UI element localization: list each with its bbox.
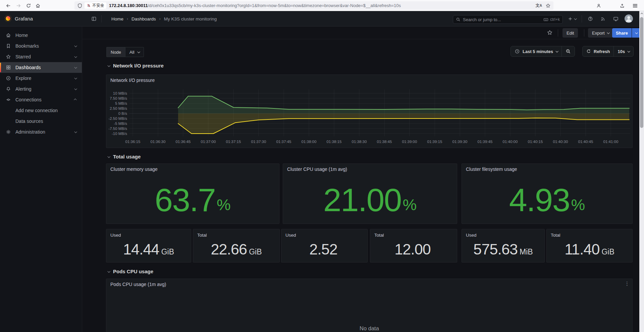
- sidebar-item-label: Add new connection: [15, 108, 58, 113]
- chevron-down-icon[interactable]: [74, 130, 77, 133]
- panel-title[interactable]: Total: [551, 233, 560, 238]
- gear-icon: [6, 129, 11, 135]
- browser-home-button[interactable]: [34, 1, 42, 10]
- panel-menu-kebab-icon[interactable]: ⋮: [625, 281, 630, 286]
- panel-title[interactable]: Cluster CPU usage (1m avg): [287, 167, 347, 172]
- dashboards-grid-icon: [6, 65, 11, 70]
- chevron-down-icon: [628, 50, 630, 52]
- panel-title[interactable]: Pods CPU usage (1m avg): [110, 282, 166, 287]
- sidebar-nav: Home Bookmarks Starred Dashboards Explor…: [0, 27, 82, 332]
- bookmark-icon: [6, 43, 11, 49]
- zoom-out-button[interactable]: [561, 46, 575, 56]
- refresh-button[interactable]: Refresh: [583, 46, 613, 56]
- memory-used-panel: Used 14.44GiB: [106, 229, 191, 263]
- translate-icon[interactable]: 文A: [536, 3, 542, 8]
- sidebar-item-starred[interactable]: Starred: [0, 51, 82, 62]
- help-icon[interactable]: [586, 15, 594, 23]
- chevron-down-icon[interactable]: [74, 66, 77, 68]
- sidebar-item-data-sources[interactable]: Data sources: [0, 116, 82, 127]
- stat-unit: %: [571, 195, 585, 214]
- monitor-icon[interactable]: [612, 15, 620, 23]
- grafana-header: Grafana Home › Dashboards › My K3S clust…: [0, 11, 639, 27]
- insecure-connection-chip[interactable]: 不安全: [85, 2, 106, 9]
- breadcrumb-home[interactable]: Home: [111, 16, 123, 21]
- y-axis-tick-label: 10 MB/s: [113, 91, 127, 95]
- sidebar-item-connections[interactable]: Connections: [0, 94, 82, 105]
- network-io-chart[interactable]: 10 MB/s7.50 MB/s5 MB/s2.50 MB/s0 B/s-2.5…: [106, 75, 632, 148]
- page-scrollbar[interactable]: [639, 11, 644, 332]
- x-axis-tick-label: 01:37:00: [201, 140, 216, 144]
- bookmark-star-icon[interactable]: [545, 3, 551, 8]
- sidebar-item-administration[interactable]: Administration: [0, 127, 82, 137]
- panel-title[interactable]: Total: [374, 233, 384, 238]
- share-button[interactable]: Share: [612, 28, 632, 38]
- search-input[interactable]: Search or jump to... ctrl+k: [453, 15, 563, 24]
- y-axis-tick-label: 7.50 MB/s: [110, 96, 127, 100]
- panel-title[interactable]: Used: [466, 233, 477, 238]
- news-rss-icon[interactable]: [599, 15, 607, 23]
- clock-icon: [515, 49, 520, 54]
- sidebar-item-dashboards[interactable]: Dashboards: [0, 62, 82, 73]
- chevron-down-icon: [635, 31, 638, 34]
- dock-menu-icon[interactable]: [90, 15, 98, 23]
- panel-title[interactable]: Network I/O pressure: [110, 78, 155, 83]
- export-button[interactable]: Export: [588, 28, 613, 38]
- brand-name: Grafana: [15, 16, 33, 21]
- header-divider: [101, 15, 102, 22]
- header-divider: [582, 15, 582, 22]
- refresh-icon: [586, 49, 591, 54]
- y-axis-tick-label: -7.50 MB/s: [108, 127, 127, 131]
- chevron-up-icon[interactable]: [74, 98, 76, 101]
- add-new-chevron-icon[interactable]: [573, 15, 578, 23]
- breadcrumb-current: My K3S cluster monitoring: [164, 16, 217, 21]
- browser-forward-button[interactable]: [14, 1, 23, 10]
- browser-account-icon[interactable]: [594, 1, 603, 10]
- scrollbar-thumb[interactable]: [640, 17, 643, 128]
- breadcrumb-dashboards[interactable]: Dashboards: [131, 16, 156, 21]
- browser-menu-icon[interactable]: [631, 1, 639, 10]
- panel-title[interactable]: Used: [285, 233, 296, 238]
- chevron-down-icon[interactable]: [74, 77, 77, 79]
- browser-reload-button[interactable]: [24, 1, 33, 10]
- refresh-interval-dropdown[interactable]: 10s: [613, 46, 633, 56]
- time-range-picker[interactable]: Last 5 minutes: [511, 46, 561, 56]
- y-axis-tick-label: -2.50 MB/s: [108, 116, 127, 121]
- chevron-down-icon[interactable]: [74, 44, 77, 47]
- user-avatar[interactable]: [625, 14, 633, 23]
- x-axis-tick-label: 01:40:30: [553, 140, 568, 144]
- favorite-star-icon[interactable]: [547, 30, 553, 36]
- url-path: /d/ceh0x1u33qs5cb/my-k3s-cluster-monitor…: [148, 3, 401, 8]
- sidebar-item-bookmarks[interactable]: Bookmarks: [0, 41, 82, 51]
- x-axis-tick-label: 01:38:00: [302, 140, 317, 144]
- section-header-pods-cpu[interactable]: Pods CPU usage: [108, 269, 153, 274]
- section-header-total-usage[interactable]: Total usage: [108, 154, 141, 159]
- shield-icon[interactable]: [77, 3, 83, 8]
- panel-title[interactable]: Used: [110, 233, 121, 238]
- x-axis-tick-label: 01:39:15: [427, 140, 442, 144]
- browser-share-icon[interactable]: [618, 1, 627, 10]
- stat-value: 575.63: [473, 241, 518, 258]
- panel-title[interactable]: Cluster memory usage: [110, 167, 158, 172]
- sidebar-item-add-new-connection[interactable]: Add new connection: [0, 105, 82, 116]
- stat-value: 11.40: [565, 241, 599, 258]
- time-range-label: Last 5 minutes: [523, 49, 553, 54]
- sidebar-item-home[interactable]: Home: [0, 30, 82, 41]
- section-header-network[interactable]: Network I/O pressure: [108, 63, 164, 68]
- edit-button[interactable]: Edit: [562, 28, 578, 38]
- browser-back-button[interactable]: [4, 1, 13, 10]
- grafana-brand[interactable]: Grafana: [5, 15, 33, 22]
- panel-title[interactable]: Total: [197, 233, 207, 238]
- x-axis-tick-label: 01:37:30: [251, 140, 266, 144]
- address-bar[interactable]: 不安全 172.24.8.180:30011/d/ceh0x1u33qs5cb/…: [74, 1, 553, 10]
- variable-value-dropdown[interactable]: All: [125, 47, 144, 57]
- cpu-total-panel: Total 12.00: [370, 229, 457, 263]
- chevron-down-icon[interactable]: [74, 87, 77, 90]
- stat-unit: GiB: [601, 247, 614, 256]
- sidebar-item-explore[interactable]: Explore: [0, 73, 82, 84]
- toolbar-divider: [558, 29, 558, 37]
- sidebar-item-alerting[interactable]: Alerting: [0, 84, 82, 94]
- chevron-down-icon[interactable]: [74, 55, 77, 58]
- panel-title[interactable]: Cluster filesystem usage: [466, 167, 517, 172]
- scrollbar-up-arrow[interactable]: [639, 12, 644, 16]
- variable-name: Node: [106, 47, 125, 57]
